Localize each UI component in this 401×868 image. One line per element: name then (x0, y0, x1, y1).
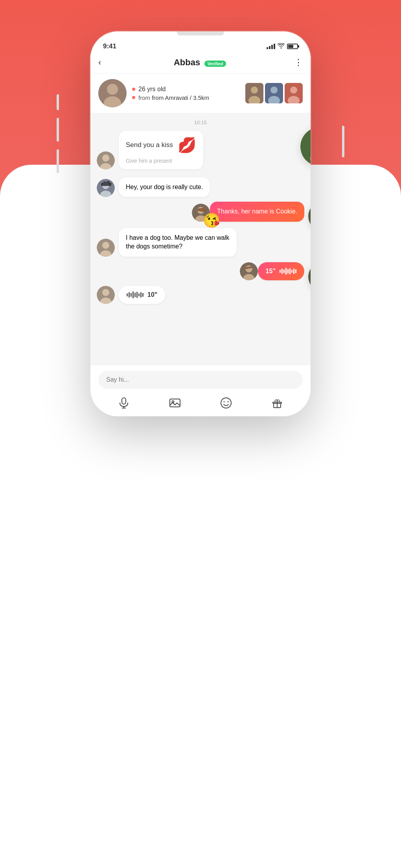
photo-thumbnails[interactable] (245, 83, 303, 103)
profile-location-row: from from Amravati / 3.5km (132, 94, 245, 101)
float-avatar-3 (308, 262, 311, 291)
kiss-top: Send you a kiss 💋 (126, 136, 196, 154)
kiss-text: Send you a kiss (126, 141, 173, 149)
svg-point-48 (224, 401, 225, 403)
voice-duration-outgoing: 15" (266, 268, 276, 275)
svg-point-13 (102, 154, 109, 162)
phone-side-button-2 (57, 118, 59, 142)
sender-avatar-outgoing-2 (240, 262, 258, 280)
emoji-button[interactable] (218, 395, 234, 411)
phone-notch (177, 31, 224, 35)
wifi-icon (278, 43, 285, 50)
svg-point-47 (221, 398, 231, 408)
chat-area: 10:15 Send you a kiss (90, 113, 311, 365)
status-time: 9:41 (103, 42, 116, 50)
sender-avatar-2 (97, 179, 115, 197)
message-input[interactable] (98, 371, 303, 389)
svg-rect-27 (308, 202, 311, 231)
message-row: Thanks, her name is Cookie. 😘 (97, 202, 304, 221)
svg-point-4 (251, 86, 258, 94)
svg-point-31 (102, 242, 109, 249)
chat-input-area (90, 365, 311, 416)
message-row: Hey, your dog is really cute. (97, 177, 304, 197)
waveform-incoming (127, 291, 143, 298)
present-text: Give him a present (126, 158, 196, 164)
status-bar: 9:41 (90, 37, 311, 53)
back-button[interactable]: ‹ (98, 57, 101, 68)
battery-icon (287, 44, 298, 49)
svg-point-7 (270, 86, 278, 94)
thumbnail-1[interactable] (245, 83, 263, 103)
mic-button[interactable] (116, 395, 132, 411)
age-dot (132, 88, 135, 91)
sender-avatar-4 (97, 286, 115, 304)
verified-badge: Verified (204, 61, 226, 67)
message-row: 10" (97, 286, 304, 304)
header-title: Abbas Verified (106, 57, 294, 68)
thumbnail-2[interactable] (265, 83, 283, 103)
kiss-message-content: Send you a kiss 💋 Give him a present (126, 136, 196, 164)
kiss-emoji: 💋 (178, 136, 196, 154)
message-row: Send you a kiss 💋 Give him a present (97, 131, 304, 169)
svg-rect-36 (308, 262, 311, 291)
status-icons (267, 43, 298, 50)
phone-side-button-1 (57, 94, 59, 110)
kiss-message-bubble: Send you a kiss 💋 Give him a present (119, 131, 203, 169)
profile-location-text: from from Amravati / 3.5km (138, 94, 209, 101)
outgoing-text-bubble-1: Thanks, her name is Cookie. 😘 (210, 202, 304, 221)
profile-avatar (98, 79, 127, 107)
svg-point-49 (228, 401, 229, 403)
gift-button[interactable] (269, 395, 285, 411)
message-text-1: Hey, your dog is really cute. (126, 184, 203, 190)
voice-duration-incoming: 10" (147, 291, 157, 298)
svg-rect-45 (170, 399, 180, 407)
phone-side-button-3 (57, 149, 59, 173)
svg-point-10 (290, 86, 297, 94)
kissy-emoji-overlay: 😘 (203, 212, 221, 229)
svg-rect-15 (300, 127, 311, 166)
message-row: 15" (97, 262, 304, 280)
more-button[interactable]: ⋮ (294, 57, 303, 68)
float-avatar-1 (300, 127, 311, 166)
incoming-text-bubble-1: Hey, your dog is really cute. (119, 177, 210, 197)
sender-avatar (97, 151, 115, 169)
chat-header: ‹ Abbas Verified ⋮ (90, 53, 311, 74)
waveform-outgoing (280, 268, 296, 275)
incoming-text-bubble-2: I have a dog too. Maybe we can walk the … (119, 228, 237, 257)
outgoing-voice-bubble[interactable]: 15" (258, 262, 304, 280)
svg-rect-42 (122, 398, 126, 404)
profile-section: 26 yrs old from from Amravati / 3.5km (90, 74, 311, 113)
image-button[interactable] (167, 395, 183, 411)
profile-info: 26 yrs old from from Amravati / 3.5km (132, 86, 245, 101)
input-actions (98, 395, 303, 411)
profile-age-text: 26 yrs old (138, 86, 166, 93)
incoming-voice-bubble[interactable]: 10" (119, 286, 165, 304)
phone-mockup: 9:41 (59, 31, 342, 416)
thumbnail-3[interactable] (285, 83, 303, 103)
sender-avatar-3 (97, 239, 115, 257)
phone-screen: 9:41 (90, 31, 311, 416)
profile-age-row: 26 yrs old (132, 86, 245, 93)
chat-timestamp: 10:15 (97, 120, 304, 125)
message-text-3: I have a dog too. Maybe we can walk the … (126, 234, 229, 250)
message-text-2: Thanks, her name is Cookie. (217, 208, 297, 215)
float-avatar-2 (308, 202, 311, 231)
phone-side-button-right (342, 126, 344, 157)
location-dot (132, 96, 135, 99)
svg-point-40 (102, 289, 109, 296)
signal-icon (267, 44, 275, 49)
message-row: I have a dog too. Maybe we can walk the … (97, 228, 304, 257)
contact-name: Abbas (174, 57, 200, 67)
svg-point-1 (107, 84, 118, 95)
